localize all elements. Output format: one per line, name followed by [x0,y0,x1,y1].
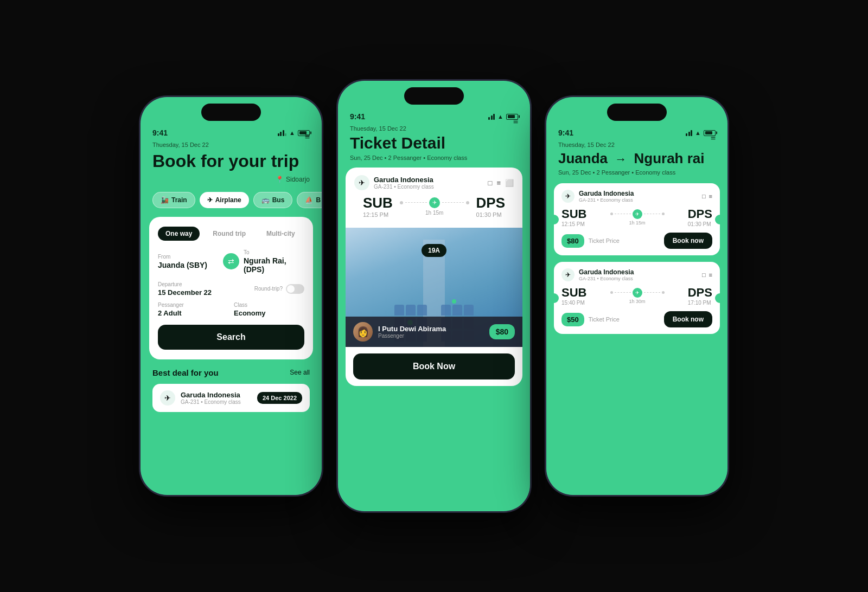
p2-from-time: 12:15 PM [363,211,393,218]
tab-airplane[interactable]: ✈ Airplane [200,192,249,208]
p2-duration-center: ✈ 1h 15m [400,197,469,216]
p3-price-1: $80 [561,234,584,248]
bus-icon: 🚌 [261,196,270,204]
wifi-icon-center: ▲ [497,113,503,120]
p3-bookmark-icon-1[interactable]: ≡ [709,193,712,200]
location-pin-icon: 📍 [276,176,284,183]
signal-icon-left [278,130,287,136]
p3-subtitle: Sun, 25 Dec • 2 Pessanger • Economy clas… [558,169,716,176]
p2-passenger-left: 👩 I Putu Dewi Abirama Passenger [353,322,446,342]
tab-bus-label: Bus [272,196,285,204]
tab-train[interactable]: 🚂 Train [152,192,195,208]
trip-one-way[interactable]: One way [158,227,200,241]
p2-book-button[interactable]: Book Now [353,353,515,379]
best-deal-header: Best deal for you See all [152,368,310,377]
p2-dot-right [466,201,469,204]
p3-icons-2: □ ≡ [702,272,712,278]
seat [441,305,451,316]
p2-airline-code: GA-231 • Economy class [374,184,434,190]
departure-value[interactable]: 15 December 22 [158,288,254,297]
status-icons-left: ▲ [278,130,310,136]
p2-passenger-avatar: 👩 [353,322,373,342]
tab-bus[interactable]: 🚌 Bus [253,192,293,208]
download-icon[interactable]: ⬜ [505,179,514,187]
p1-date: Thuesday, 15 Dec 22 [152,141,209,148]
p3-airline-row-1: ✈ Garuda Indonesia GA-231 • Economy clas… [561,190,712,203]
p2-header: Thuesday, 15 Dec 22 ≡ Ticket Detail Sun,… [338,125,530,168]
passenger-value[interactable]: 2 Adult [158,309,228,317]
p3-to-time-2: 17:10 PM [688,300,712,306]
tab-airplane-label: Airplane [215,196,241,204]
p2-airline-left: ✈ Garuda Indonesia GA-231 • Economy clas… [354,175,434,190]
p3-airline-row-2: ✈ Garuda Indonesia GA-231 • Economy clas… [561,268,712,281]
p3-al-code-2: GA-231 • Economy class [579,276,634,281]
see-all-link[interactable]: See all [290,369,310,376]
trip-round[interactable]: Round trip [205,227,253,241]
p3-al-code-1: GA-231 • Economy class [579,197,634,203]
p3-price-label-1: Ticket Price [589,237,664,244]
p3-dot-r1 [662,213,665,215]
passenger-field: Pessanger 2 Adult [158,302,228,317]
share-icon[interactable]: □ [488,179,493,187]
class-label: Class [234,302,304,308]
signal-icon-center [488,114,495,120]
passenger-label: Pessanger [158,302,228,308]
to-value[interactable]: Ngurah Rai, (DPS) [244,256,304,274]
battery-center [506,114,518,120]
tab-boat-label: B [316,196,321,204]
p3-from-code-1: SUB [561,207,586,221]
swap-button[interactable]: ⇄ [223,253,239,269]
round-trip-label: Round-trip? [254,286,283,292]
p2-airline-info: Garuda Indonesia GA-231 • Economy class [374,176,434,190]
phone-right: 9:41 ▲ Thuesday, 15 Dec 22 ≡ [545,95,729,497]
status-icons-center: ▲ [488,113,518,120]
p3-route-from: Juanda [558,150,608,166]
class-value[interactable]: Economy [234,309,304,317]
p3-to-code-2: DPS [688,286,712,300]
p3-route-line-1: ✈ [610,209,665,219]
tab-boat[interactable]: ⛵ B [297,192,322,208]
search-button[interactable]: Search [158,325,304,350]
phone-center: 9:41 ▲ Thuesday, 15 Dec 22 ≡ Ticke [336,79,532,513]
p2-passenger-info: I Putu Dewi Abirama Passenger [378,325,446,339]
battery-right [704,130,716,136]
p3-share-icon-2[interactable]: □ [702,272,706,278]
p1-location-text: Sidoarjo [286,176,310,183]
seat [417,305,427,316]
seat-badge: 19A [422,244,446,257]
trip-multi[interactable]: Multi-city [259,227,303,241]
time-left: 9:41 [152,128,168,137]
bookmark-icon[interactable]: ≡ [496,179,501,187]
p2-card-top: ✈ Garuda Indonesia GA-231 • Economy clas… [346,168,522,228]
p3-bottom-row-1: $80 Ticket Price Book now [561,233,712,249]
p3-book-btn-1[interactable]: Book now [664,233,712,249]
p3-ticket-card-2: ✈ Garuda Indonesia GA-231 • Economy clas… [554,262,720,334]
p3-book-btn-2[interactable]: Book now [664,311,712,327]
to-box: To Ngurah Rai, (DPS) [244,249,304,274]
dynamic-island-right [607,104,667,121]
wifi-icon-right: ▲ [695,130,701,136]
p1-header: Thuesday, 15 Dec 22 ≡ Book for your trip… [141,141,322,192]
p2-duration-text: 1h 15m [400,210,469,216]
p2-to-code: DPS [476,195,505,211]
p3-al-name-1: Garuda Indonesia [579,190,634,197]
p3-dashes-r2 [644,292,660,293]
p2-seat-image: 19A 👩 I Putu Dewi Abirama Passeng [346,228,522,347]
seat [452,305,462,316]
p2-dot-left [400,201,403,204]
seat [464,305,474,316]
p3-plane-icon-2: ✈ [633,288,642,298]
dynamic-island-center [404,87,464,105]
p3-bottom-row-2: $50 Ticket Price Book now [561,311,712,327]
p3-icons-1: □ ≡ [702,193,712,200]
p3-dashes-l2 [615,292,631,293]
from-value[interactable]: Juanda (SBY) [158,261,219,269]
from-box: From Juanda (SBY) [158,254,219,269]
p3-to-code-1: DPS [688,207,712,221]
status-icons-right: ▲ [686,130,716,136]
battery-fill-right [705,131,713,134]
p3-dashes-l1 [615,214,631,214]
p3-share-icon-1[interactable]: □ [702,193,706,200]
p3-bookmark-icon-2[interactable]: ≡ [709,272,712,278]
toggle-pill[interactable] [286,284,304,294]
